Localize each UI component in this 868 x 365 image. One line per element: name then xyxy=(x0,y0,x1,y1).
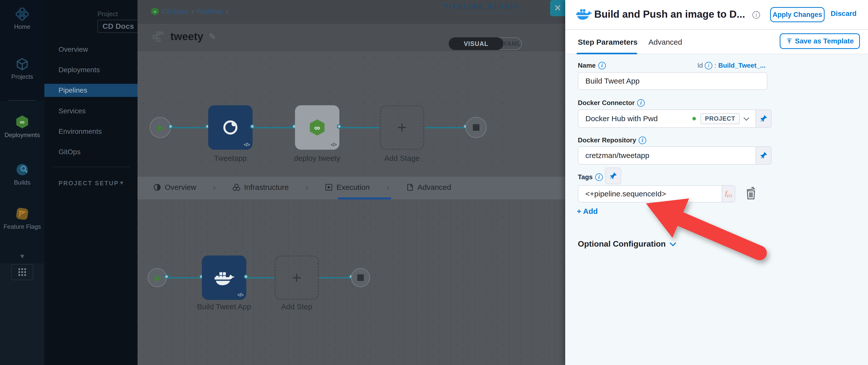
docker-icon xyxy=(576,6,592,21)
code-badge: </> xyxy=(238,292,243,298)
stage-canvas-grid xyxy=(137,51,565,177)
info-icon[interactable]: i xyxy=(595,174,603,181)
breadcrumb-project-link[interactable]: CD Docs xyxy=(162,7,188,16)
pin-icon xyxy=(760,115,767,122)
chevron-down-icon[interactable]: ▾ xyxy=(120,179,123,186)
tab-overview[interactable]: Overview xyxy=(153,183,196,191)
step-node-build-tweet-app[interactable]: </> xyxy=(202,255,246,300)
rail-collapse-chevron-icon[interactable]: ▼ xyxy=(0,252,44,260)
connector-dot xyxy=(168,124,173,129)
repository-pin-button[interactable] xyxy=(756,146,772,164)
sidebar-item-deployments-nav[interactable]: Deployments xyxy=(44,63,137,77)
overview-tab-icon xyxy=(153,183,161,191)
play-icon: ▶ xyxy=(158,122,164,132)
stop-icon xyxy=(357,274,364,281)
step-config-panel: Build and Push an image to D... i Apply … xyxy=(565,0,868,365)
sidebar-item-home[interactable]: Home xyxy=(0,7,44,30)
harness-pipeline-studio-screen: Home Projects ∞ Deployments xyxy=(0,0,868,365)
tab-advanced-panel[interactable]: Advanced xyxy=(649,38,682,47)
tab-label: Infrastructure xyxy=(244,183,289,191)
sidebar-item-label: Feature Flags xyxy=(3,223,41,230)
tab-step-parameters[interactable]: Step Parameters xyxy=(578,38,638,47)
builds-icon xyxy=(16,163,29,177)
sidebar-item-feature-flags[interactable]: Feature Flags xyxy=(0,207,44,230)
sidebar-item-overview[interactable]: Overview xyxy=(44,43,137,56)
stage-tab-bar: Overview › Infrastructure › xyxy=(153,177,451,198)
step-node-label: Add Step xyxy=(275,302,319,311)
save-as-template-button[interactable]: Save as Template xyxy=(780,33,860,49)
add-tag-link[interactable]: + Add xyxy=(577,207,598,216)
docker-step-icon xyxy=(214,269,234,286)
sidebar-item-services[interactable]: Services xyxy=(44,104,137,118)
projects-icon xyxy=(16,58,29,71)
plus-icon: + xyxy=(397,118,406,137)
feature-flags-icon xyxy=(16,207,29,221)
scope-badge: PROJECT xyxy=(701,113,740,124)
add-step-node[interactable]: + xyxy=(275,255,319,300)
sidebar-item-deployments[interactable]: ∞ Deployments xyxy=(0,115,44,139)
stage-node-deploy-tweety[interactable]: ∞ </> xyxy=(295,105,339,150)
sidebar-item-label: Home xyxy=(14,23,30,30)
edit-pencil-icon[interactable]: ✎ xyxy=(209,32,216,42)
tab-separator: › xyxy=(386,183,389,192)
stage-start-node: ▶ xyxy=(150,117,171,138)
close-panel-button[interactable]: ✕ xyxy=(550,0,565,16)
info-icon[interactable]: i xyxy=(639,136,646,144)
code-badge: </> xyxy=(331,142,336,148)
sidebar-item-pipelines[interactable]: Pipelines xyxy=(44,84,137,97)
step-id-row: Id i : Build_Tweet_... xyxy=(674,62,766,69)
sidebar-item-projects[interactable]: Projects xyxy=(0,58,44,80)
tab-infrastructure[interactable]: Infrastructure xyxy=(232,183,289,191)
sidebar-item-label: Projects xyxy=(11,73,33,80)
breadcrumb-pipelines-link[interactable]: Pipelines xyxy=(196,7,223,16)
visual-yaml-toggle: VISUAL YAML xyxy=(448,37,522,50)
name-input[interactable] xyxy=(578,72,767,90)
apply-changes-button[interactable]: Apply Changes xyxy=(770,7,825,22)
id-label: Id xyxy=(698,62,703,69)
tags-pin-button[interactable] xyxy=(605,168,621,184)
docker-connector-select[interactable]: Docker Hub with Pwd PROJECT xyxy=(578,110,756,128)
connector-pin-button[interactable] xyxy=(756,110,772,128)
connector-line xyxy=(319,277,351,278)
ci-stage-icon xyxy=(221,118,240,136)
info-icon[interactable]: i xyxy=(598,62,606,69)
sidebar-divider xyxy=(52,166,130,167)
module-picker-button[interactable] xyxy=(11,264,33,280)
pin-icon xyxy=(609,172,617,180)
stage-node-tweetapp[interactable]: </> xyxy=(208,105,253,150)
stop-icon xyxy=(473,124,479,131)
sidebar-item-gitops[interactable]: GitOps xyxy=(44,145,137,158)
info-icon[interactable]: i xyxy=(705,62,712,69)
field-label-text: Name xyxy=(578,62,596,69)
connector-dot xyxy=(244,274,248,279)
toggle-visual[interactable]: VISUAL xyxy=(448,37,503,50)
step-id-value[interactable]: Build_Tweet_... xyxy=(718,62,766,69)
project-sidebar: Project CD Docs › Overview Deployments P… xyxy=(44,0,137,365)
name-field-label: Name i xyxy=(578,62,606,69)
red-annotation-arrow xyxy=(626,187,777,270)
module-rail: Home Projects ∞ Deployments xyxy=(0,0,44,365)
plus-icon: + xyxy=(292,268,301,287)
project-setup-toggle[interactable]: PROJECT SETUP xyxy=(59,180,119,187)
tab-label: Overview xyxy=(165,183,196,191)
info-icon[interactable]: i xyxy=(752,11,760,19)
info-icon[interactable]: i xyxy=(637,99,645,107)
svg-text:∞: ∞ xyxy=(154,9,156,13)
grid-icon xyxy=(17,267,27,277)
connector-dot xyxy=(250,124,255,129)
discard-button[interactable]: Discard xyxy=(831,9,857,18)
add-stage-node[interactable]: + xyxy=(380,105,424,150)
tab-execution[interactable]: Execution xyxy=(325,183,370,191)
connector-line xyxy=(246,277,275,278)
stage-node-label: Add Stage xyxy=(380,154,424,162)
sidebar-item-builds[interactable]: Builds xyxy=(0,163,44,186)
tab-advanced[interactable]: Advanced xyxy=(406,183,451,191)
docker-repository-input[interactable] xyxy=(578,146,756,164)
tab-label: Execution xyxy=(336,183,370,191)
connector-dot xyxy=(164,274,169,279)
connector-line xyxy=(171,127,208,128)
toggle-yaml[interactable]: YAML xyxy=(503,38,521,50)
connector-dot xyxy=(337,124,341,129)
sidebar-item-environments[interactable]: Environments xyxy=(44,125,137,138)
deployments-icon: ∞ xyxy=(15,115,29,129)
